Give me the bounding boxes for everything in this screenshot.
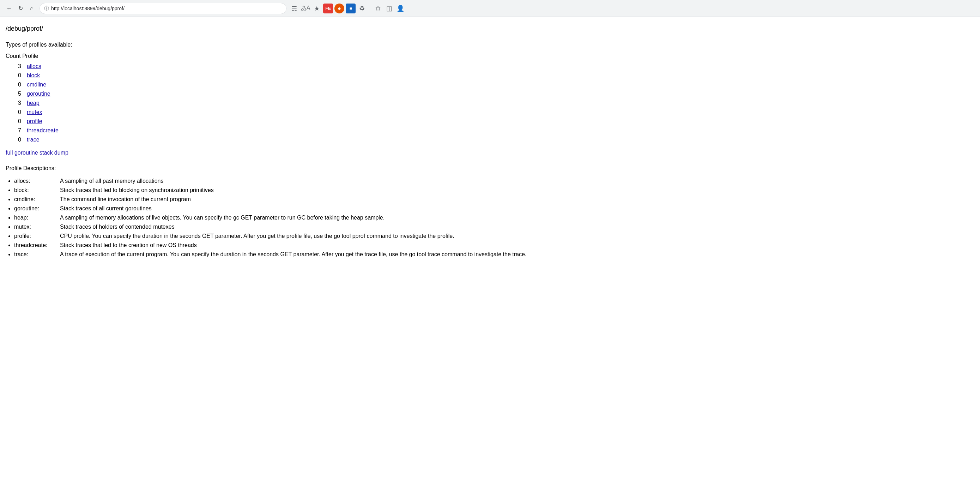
- desc-text: A sampling of all past memory allocation…: [60, 178, 163, 184]
- desc-text: Stack traces that led to blocking on syn…: [60, 187, 214, 193]
- divider: [370, 5, 370, 12]
- list-item: threadcreate:Stack traces that led to th…: [14, 241, 974, 250]
- profile-icon[interactable]: 👤: [395, 3, 405, 13]
- list-item: profile:CPU profile. You can specify the…: [14, 232, 974, 240]
- sync-icon[interactable]: ♻: [357, 3, 367, 13]
- table-row: 5goroutine: [6, 89, 59, 99]
- profile-count: 3: [6, 62, 27, 71]
- profile-link-threadcreate[interactable]: threadcreate: [27, 127, 59, 134]
- table-row: 0trace: [6, 135, 59, 144]
- desc-name: mutex:: [14, 223, 60, 231]
- browser-toolbar: ← ↻ ⌂ ⓘ http://localhost:8899/debug/ppro…: [0, 0, 980, 17]
- profile-count: 0: [6, 135, 27, 144]
- full-goroutine-dump-link[interactable]: full goroutine stack dump: [6, 148, 974, 157]
- desc-text: The command line invocation of the curre…: [60, 196, 191, 202]
- profile-count: 0: [6, 71, 27, 80]
- list-item: cmdline:The command line invocation of t…: [14, 195, 974, 204]
- reading-mode-icon[interactable]: ☴: [289, 3, 299, 13]
- profile-count: 0: [6, 80, 27, 89]
- desc-name: threadcreate:: [14, 241, 60, 250]
- types-label: Types of profiles available:: [6, 41, 974, 49]
- profile-link-allocs[interactable]: allocs: [27, 63, 41, 69]
- translate-icon[interactable]: あA: [301, 3, 310, 13]
- desc-name: trace:: [14, 250, 60, 259]
- page-title: /debug/pprof/: [6, 24, 974, 33]
- profile-count: 0: [6, 117, 27, 126]
- profile-link-trace[interactable]: trace: [27, 137, 40, 143]
- desc-name: cmdline:: [14, 195, 60, 204]
- profile-link-cmdline[interactable]: cmdline: [27, 81, 46, 88]
- desc-name: profile:: [14, 232, 60, 240]
- desc-text: Stack traces that led to the creation of…: [60, 242, 197, 248]
- list-item: goroutine:Stack traces of all current go…: [14, 204, 974, 213]
- desc-text: A sampling of memory allocations of live…: [60, 215, 385, 221]
- info-icon: ⓘ: [44, 5, 49, 12]
- list-item: heap:A sampling of memory allocations of…: [14, 213, 974, 222]
- address-bar[interactable]: ⓘ http://localhost:8899/debug/pprof/: [40, 3, 286, 14]
- profile-link-heap[interactable]: heap: [27, 100, 40, 106]
- back-button[interactable]: ←: [4, 3, 14, 13]
- blue-extension-icon[interactable]: ■: [346, 3, 356, 13]
- profile-count: 7: [6, 126, 27, 135]
- desc-name: block:: [14, 186, 60, 194]
- extensions-icon[interactable]: ◫: [384, 3, 394, 13]
- profile-count: 5: [6, 89, 27, 99]
- table-row: 0profile: [6, 117, 59, 126]
- table-row: 0block: [6, 71, 59, 80]
- profile-link-profile[interactable]: profile: [27, 118, 42, 124]
- table-row: 3allocs: [6, 62, 59, 71]
- desc-text: Stack traces of holders of contended mut…: [60, 224, 175, 230]
- table-row: 3heap: [6, 99, 59, 108]
- desc-text: A trace of execution of the current prog…: [60, 251, 527, 257]
- profile-count: 0: [6, 108, 27, 117]
- extension-icons: ☴ あA ★ FE ● ■ ♻ ✩ ◫ 👤: [289, 3, 405, 13]
- nav-buttons: ← ↻ ⌂: [4, 3, 37, 13]
- list-item: block:Stack traces that led to blocking …: [14, 186, 974, 194]
- list-item: trace:A trace of execution of the curren…: [14, 250, 974, 259]
- table-row: 7threadcreate: [6, 126, 59, 135]
- url-text: http://localhost:8899/debug/pprof/: [51, 6, 124, 11]
- desc-text: CPU profile. You can specify the duratio…: [60, 233, 454, 239]
- page-content: /debug/pprof/ Types of profiles availabl…: [0, 17, 980, 266]
- desc-text: Stack traces of all current goroutines: [60, 205, 152, 212]
- desc-name: goroutine:: [14, 204, 60, 213]
- home-button[interactable]: ⌂: [27, 3, 37, 13]
- count-profile-header: Count Profile: [6, 52, 974, 61]
- table-row: 0mutex: [6, 108, 59, 117]
- desc-name: heap:: [14, 213, 60, 222]
- stop-extension-icon[interactable]: ●: [334, 3, 344, 13]
- profile-link-block[interactable]: block: [27, 72, 40, 78]
- profile-descriptions-title: Profile Descriptions:: [6, 164, 974, 173]
- descriptions-list: allocs:A sampling of all past memory all…: [14, 177, 974, 259]
- profile-count: 3: [6, 99, 27, 108]
- profile-table: 3allocs0block0cmdline5goroutine3heap0mut…: [6, 62, 59, 144]
- table-row: 0cmdline: [6, 80, 59, 89]
- fe-extension-icon[interactable]: FE: [323, 3, 333, 13]
- list-item: mutex:Stack traces of holders of contend…: [14, 223, 974, 231]
- profile-link-goroutine[interactable]: goroutine: [27, 91, 51, 97]
- desc-name: allocs:: [14, 177, 60, 185]
- refresh-button[interactable]: ↻: [16, 3, 25, 13]
- star-icon[interactable]: ✩: [373, 3, 383, 13]
- profile-link-mutex[interactable]: mutex: [27, 109, 42, 115]
- favorites-icon[interactable]: ★: [312, 3, 322, 13]
- list-item: allocs:A sampling of all past memory all…: [14, 177, 974, 185]
